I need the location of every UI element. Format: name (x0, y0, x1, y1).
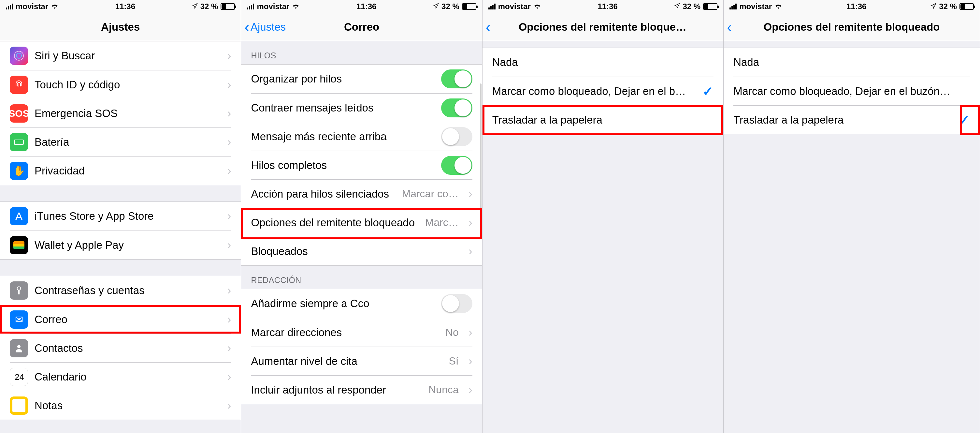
row-label: Añadirme siempre a Cco (251, 297, 434, 310)
nav-bar: ‹ Ajustes Correo (241, 13, 482, 41)
settings-row[interactable]: 24Calendario› (0, 362, 241, 391)
app-icon (10, 46, 28, 65)
chevron-right-icon: › (227, 209, 231, 223)
row-label: Trasladar a la papelera (733, 114, 950, 126)
settings-row[interactable]: Incluir adjuntos al responderNunca› (241, 375, 482, 404)
settings-row[interactable]: Nada (724, 48, 980, 77)
row-label: Touch ID y código (35, 78, 217, 91)
settings-row[interactable]: Añadirme siempre a Cco (241, 289, 482, 318)
app-icon: SOS (10, 104, 28, 123)
row-label: Emergencia SOS (35, 107, 217, 120)
app-icon (10, 339, 28, 357)
settings-row[interactable]: Aumentar nivel de citaSí› (241, 347, 482, 375)
chevron-right-icon: › (468, 187, 473, 201)
status-bar: movistar 11:36 32 % (0, 0, 241, 13)
app-icon (10, 281, 28, 300)
back-button[interactable]: ‹ (486, 13, 491, 41)
app-icon (10, 396, 28, 415)
toggle-switch[interactable] (441, 156, 473, 175)
signal-icon (488, 3, 496, 10)
svg-point-2 (17, 287, 21, 290)
location-icon (931, 3, 936, 10)
row-label: Calendario (35, 371, 217, 383)
wifi-icon (292, 2, 300, 11)
panel-blocked-options-before: movistar 11:36 32 % ‹ Opciones del remit… (482, 0, 724, 433)
nav-bar: Ajustes (0, 13, 241, 41)
settings-row[interactable]: Nada (482, 48, 723, 77)
nav-bar: ‹ Opciones del remitente bloqueado (482, 13, 723, 41)
svg-point-0 (14, 51, 24, 60)
settings-row[interactable]: SOSEmergencia SOS› (0, 99, 241, 128)
chevron-right-icon: › (227, 399, 231, 412)
toggle-switch[interactable] (441, 127, 473, 146)
row-detail: No (445, 326, 459, 339)
battery-pct: 32 % (682, 2, 700, 11)
location-icon (192, 3, 198, 10)
settings-row[interactable]: Hilos completos (241, 151, 482, 179)
chevron-right-icon: › (468, 355, 473, 368)
settings-row[interactable]: Mensaje más reciente arriba (241, 122, 482, 151)
settings-row[interactable]: Marcar direccionesNo› (241, 318, 482, 347)
back-button[interactable]: ‹ Ajustes (244, 13, 286, 41)
chevron-right-icon: › (468, 326, 473, 339)
wifi-icon (533, 2, 541, 11)
settings-row[interactable]: ✋Privacidad› (0, 156, 241, 185)
settings-row[interactable]: AiTunes Store y App Store› (0, 202, 241, 230)
checkmark-icon: ✓ (700, 84, 713, 99)
settings-row[interactable]: Trasladar a la papelera (482, 105, 723, 134)
panel-correo: movistar 11:36 32 % ‹ Ajustes Correo Hil… (241, 0, 482, 433)
toggle-switch[interactable] (441, 294, 473, 313)
settings-row[interactable]: Siri y Buscar› (0, 42, 241, 70)
signal-icon (247, 3, 254, 10)
battery-pct: 32 % (939, 2, 957, 11)
settings-row[interactable]: ✉Correo› (0, 305, 241, 334)
settings-row[interactable]: Contraseñas y cuentas› (0, 276, 241, 305)
battery-pct: 32 % (441, 2, 460, 11)
settings-row[interactable]: Acción para hilos silenciadosMarcar co…› (241, 179, 482, 208)
settings-row[interactable]: Contraer mensajes leídos (241, 93, 482, 122)
carrier-label: movistar (498, 2, 531, 11)
page-title: Opciones del remitente bloqueado (764, 21, 940, 33)
chevron-right-icon: › (227, 238, 231, 252)
settings-row[interactable]: Opciones del remitente bloqueadoMarc…› (241, 208, 482, 237)
row-label: Opciones del remitente bloqueado (251, 216, 418, 229)
svg-rect-3 (18, 290, 19, 294)
options-list[interactable]: NadaMarcar como bloqueado, Dejar en el b… (482, 41, 723, 433)
signal-icon (729, 3, 737, 10)
settings-row[interactable]: Trasladar a la papelera✓ (724, 105, 980, 134)
settings-row[interactable]: Notas› (0, 391, 241, 420)
scrollbar[interactable] (480, 83, 482, 214)
settings-row[interactable]: Marcar como bloqueado, Dejar en el buzón… (724, 77, 980, 105)
status-bar: movistar 11:36 32 % (724, 0, 980, 13)
location-icon (433, 3, 439, 10)
options-list[interactable]: NadaMarcar como bloqueado, Dejar en el b… (724, 41, 980, 433)
settings-row[interactable]: Touch ID y código› (0, 70, 241, 99)
row-detail: Sí (449, 355, 459, 367)
settings-row[interactable]: Bloqueados› (241, 237, 482, 265)
settings-row[interactable]: Organizar por hilos (241, 65, 482, 93)
settings-row[interactable]: Wallet y Apple Pay› (0, 230, 241, 259)
row-label: Marcar como bloqueado, Dejar en el b… (492, 85, 694, 97)
back-button[interactable]: ‹ (727, 13, 732, 41)
settings-list[interactable]: Siri y Buscar›Touch ID y código›SOSEmerg… (0, 41, 241, 433)
chevron-right-icon: › (468, 244, 473, 258)
status-bar: movistar 11:36 32 % (482, 0, 723, 13)
settings-row[interactable]: Contactos› (0, 334, 241, 362)
row-label: Notas (35, 399, 217, 412)
toggle-switch[interactable] (441, 69, 473, 88)
app-icon: ✋ (10, 162, 28, 180)
wifi-icon (775, 2, 782, 11)
toggle-switch[interactable] (441, 99, 473, 117)
settings-row[interactable]: Marcar como bloqueado, Dejar en el b…✓ (482, 77, 723, 105)
mail-settings-list[interactable]: Hilos Organizar por hilosContraer mensaj… (241, 41, 482, 433)
svg-point-1 (16, 53, 22, 58)
battery-icon (221, 3, 235, 10)
row-label: Siri y Buscar (35, 50, 217, 62)
wifi-icon (51, 2, 59, 11)
location-icon (674, 3, 680, 10)
battery-icon (959, 3, 974, 10)
settings-row[interactable]: Batería› (0, 128, 241, 156)
row-label: iTunes Store y App Store (35, 210, 217, 222)
row-label: Batería (35, 136, 217, 149)
panel-blocked-options-after: movistar 11:36 32 % ‹ Opciones del remit… (724, 0, 980, 433)
